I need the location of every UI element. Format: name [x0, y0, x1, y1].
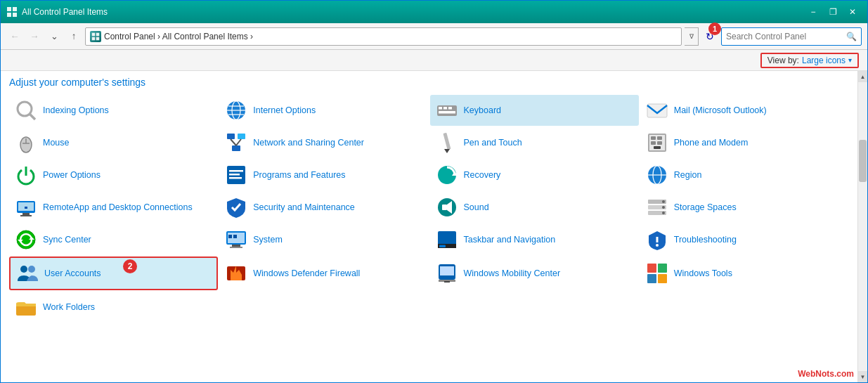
page-title: Adjust your computer's settings [9, 77, 849, 88]
svg-rect-7 [96, 37, 100, 40]
phone-label: Phone and Modem [674, 137, 749, 148]
watermark-text: WebNots [798, 369, 834, 379]
address-dropdown[interactable]: ∇ [685, 27, 699, 46]
taskbar-icon [436, 228, 458, 251]
control-item-remoteapp[interactable]: RemoteApp and Desktop Connections [9, 192, 218, 223]
control-item-network[interactable]: Network and Sharing Center [219, 127, 428, 158]
refresh-button[interactable]: ↻ 1 [701, 28, 718, 45]
svg-rect-6 [92, 37, 96, 40]
close-button[interactable]: ✕ [843, 5, 862, 19]
control-item-indexing[interactable]: Indexing Options [9, 95, 218, 126]
control-item-sound[interactable]: Sound [430, 192, 639, 223]
control-item-pen[interactable]: Pen and Touch [430, 127, 639, 158]
keyboard-icon [436, 99, 458, 122]
window-controls: − ❐ ✕ [804, 5, 862, 19]
svg-rect-83 [658, 264, 667, 273]
svg-rect-82 [647, 264, 656, 273]
address-path: Control Panel › All Control Panel Items … [104, 32, 253, 41]
wintools-icon [646, 262, 668, 285]
indexing-label: Indexing Options [43, 105, 109, 116]
control-item-workfolders[interactable]: Work Folders [9, 292, 218, 323]
recovery-icon [436, 164, 458, 186]
control-item-storage[interactable]: Storage Spaces [640, 192, 849, 223]
back-button[interactable]: ← [6, 28, 23, 45]
power-label: Power Options [43, 169, 101, 181]
wintools-label: Windows Tools [674, 268, 732, 279]
control-item-region[interactable]: Region [640, 160, 849, 190]
network-icon [225, 131, 247, 154]
svg-rect-79 [440, 266, 454, 275]
mouse-label: Mouse [43, 137, 70, 148]
control-item-keyboard[interactable]: Keyboard [430, 95, 639, 126]
control-item-mobility[interactable]: Windows Mobility Center [430, 257, 639, 290]
forward-button[interactable]: → [26, 28, 43, 45]
svg-rect-72 [439, 245, 446, 248]
view-by-selector[interactable]: View by: Large icons ▾ [760, 53, 859, 68]
scroll-up-button[interactable]: ▲ [858, 71, 867, 82]
svg-marker-30 [444, 149, 450, 153]
mobility-label: Windows Mobility Center [464, 268, 561, 279]
search-input[interactable] [726, 32, 843, 41]
items-grid: Indexing OptionsInternet OptionsKeyboard… [9, 95, 849, 323]
control-item-sync[interactable]: Sync Center [9, 224, 218, 255]
control-item-mail[interactable]: Mail (Microsoft Outlook) [640, 95, 849, 126]
phone-icon [646, 131, 668, 154]
programs-label: Programs and Features [253, 169, 345, 181]
address-icon [90, 31, 101, 42]
search-icon[interactable]: 🔍 [846, 32, 857, 41]
svg-rect-70 [438, 231, 456, 245]
svg-rect-24 [227, 134, 235, 139]
app-icon [6, 6, 18, 18]
control-item-winfirewall[interactable]: Windows Defender Firewall [219, 257, 428, 290]
badge-1: 1 [708, 22, 721, 35]
scroll-down-button[interactable]: ▼ [858, 371, 867, 382]
useraccounts-label: User Accounts [44, 268, 101, 279]
svg-point-59 [662, 206, 665, 209]
svg-rect-67 [230, 247, 242, 248]
control-item-internet[interactable]: Internet Options [219, 95, 428, 126]
programs-icon [225, 164, 247, 186]
control-item-system[interactable]: System [219, 224, 428, 255]
svg-rect-3 [13, 13, 17, 17]
svg-rect-25 [238, 134, 245, 139]
internet-icon [225, 99, 247, 122]
search-box[interactable]: 🔍 [721, 27, 862, 46]
up-button[interactable]: ↑ [65, 28, 82, 45]
view-by-label: View by: [767, 56, 799, 65]
recent-pages-button[interactable]: ⌄ [46, 28, 63, 45]
control-item-wintools[interactable]: Windows Tools [640, 257, 849, 290]
scrollbar[interactable]: ▲ ▼ [857, 71, 867, 382]
svg-point-75 [20, 266, 27, 273]
svg-rect-51 [20, 215, 32, 216]
mail-icon [646, 99, 668, 122]
address-field[interactable]: Control Panel › All Control Panel Items … [85, 27, 682, 46]
svg-rect-42 [229, 177, 242, 179]
minimize-button[interactable]: − [804, 5, 822, 19]
winfirewall-icon [225, 262, 247, 285]
troubleshoot-label: Troubleshooting [674, 234, 737, 245]
control-item-recovery[interactable]: Recovery [430, 160, 639, 190]
control-item-power[interactable]: Power Options [9, 160, 218, 190]
workfolders-label: Work Folders [43, 301, 95, 313]
control-item-taskbar[interactable]: Taskbar and Navigation [430, 224, 639, 255]
view-by-value[interactable]: Large icons [802, 56, 846, 65]
svg-rect-29 [443, 133, 451, 150]
control-item-mouse[interactable]: Mouse [9, 127, 218, 158]
svg-rect-54 [442, 205, 447, 210]
security-label: Security and Maintenance [253, 202, 355, 213]
troubleshoot-icon [646, 228, 668, 251]
svg-rect-40 [229, 170, 243, 172]
scroll-thumb[interactable] [859, 140, 867, 182]
control-item-programs[interactable]: Programs and Features [219, 160, 428, 190]
pen-label: Pen and Touch [464, 137, 522, 148]
winfirewall-label: Windows Defender Firewall [253, 268, 360, 279]
toolbar: View by: Large icons ▾ [1, 50, 867, 71]
control-item-phone[interactable]: Phone and Modem [640, 127, 849, 158]
control-item-useraccounts[interactable]: User Accounts2 [9, 257, 218, 290]
control-item-troubleshoot[interactable]: Troubleshooting [640, 224, 849, 255]
power-icon [15, 164, 37, 186]
control-item-security[interactable]: Security and Maintenance [219, 192, 428, 223]
restore-button[interactable]: ❐ [824, 5, 842, 19]
svg-rect-36 [657, 141, 662, 145]
svg-rect-52 [25, 207, 27, 209]
